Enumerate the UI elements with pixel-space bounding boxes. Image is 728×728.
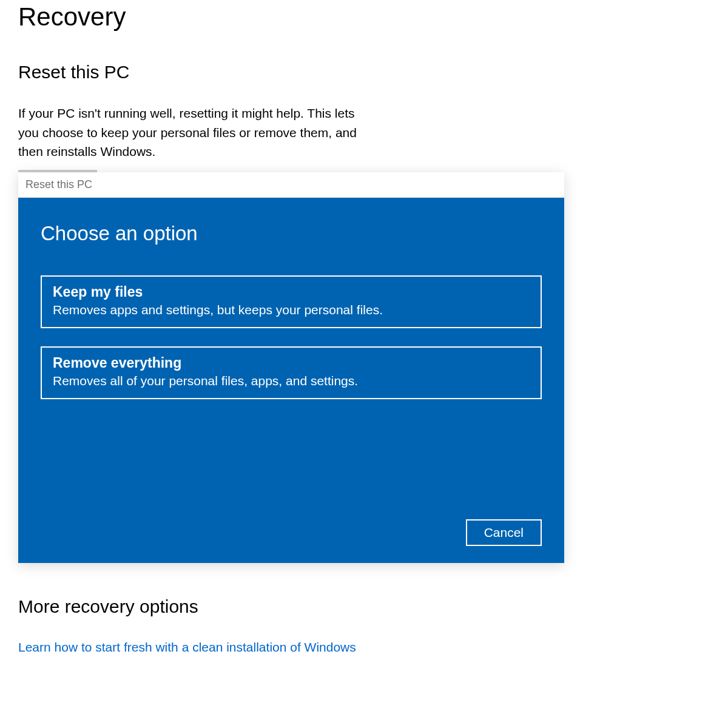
reset-section-title: Reset this PC [18, 62, 710, 83]
option-description: Removes all of your personal files, apps… [53, 374, 530, 388]
option-description: Removes apps and settings, but keeps you… [53, 303, 530, 317]
cancel-button[interactable]: Cancel [466, 519, 542, 546]
dialog-footer: Cancel [41, 519, 542, 546]
dialog-body: Choose an option Keep my files Removes a… [18, 198, 564, 563]
option-title: Keep my files [53, 284, 530, 300]
option-keep-my-files[interactable]: Keep my files Removes apps and settings,… [41, 275, 542, 328]
option-title: Remove everything [53, 355, 530, 371]
more-recovery-title: More recovery options [18, 596, 710, 617]
reset-section-description: If your PC isn't running well, resetting… [18, 104, 364, 161]
dialog-window-title: Reset this PC [18, 172, 564, 198]
page-title: Recovery [18, 2, 710, 32]
learn-fresh-install-link[interactable]: Learn how to start fresh with a clean in… [18, 640, 356, 654]
option-remove-everything[interactable]: Remove everything Removes all of your pe… [41, 346, 542, 399]
dialog-heading: Choose an option [41, 222, 542, 245]
reset-dialog: Reset this PC Choose an option Keep my f… [18, 172, 564, 563]
